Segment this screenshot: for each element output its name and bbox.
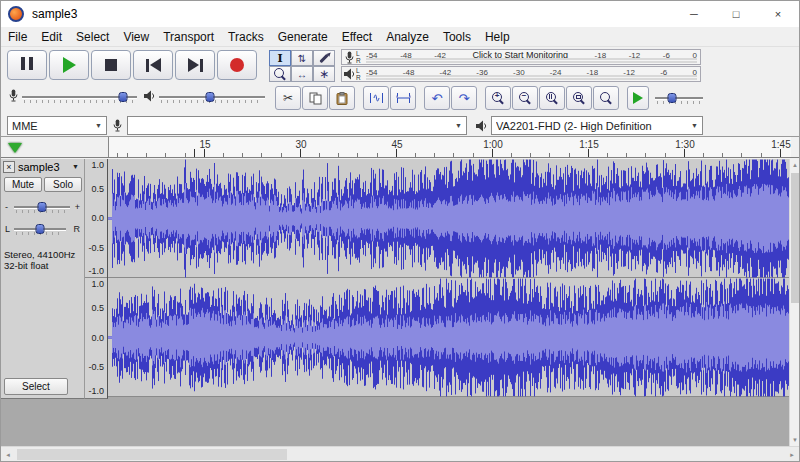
silence-audio-button[interactable] <box>390 86 416 110</box>
select-button[interactable]: Select <box>4 378 68 395</box>
menu-item-analyze[interactable]: Analyze <box>379 27 436 47</box>
skip-to-start-button[interactable] <box>133 50 173 80</box>
minimize-button[interactable]: ─ <box>673 1 715 27</box>
copy-button[interactable] <box>302 86 328 110</box>
track-control-panel: × sample3 ▼ Mute Solo - + L R <box>1 159 85 399</box>
timeline: 15 30 45 1:00 1:15 1:30 1:45 <box>1 137 799 158</box>
right-channel-ruler[interactable]: 1.0 0.5 0.0 -0.5 -1.0 <box>85 278 107 397</box>
fit-selection-button[interactable] <box>539 86 565 110</box>
redo-button[interactable]: ↷ <box>451 86 477 110</box>
recording-volume[interactable] <box>9 88 137 106</box>
playback-meter[interactable]: L R -54 -48 -42 -36 -30 -24 -18 -12 -6 0 <box>341 66 701 82</box>
time-shift-tool-button[interactable]: ↔ <box>291 66 313 82</box>
recording-meter[interactable]: L R -54 -48 -42 Click to Start Monitorin… <box>341 49 701 65</box>
menu-item-effect[interactable]: Effect <box>335 27 379 47</box>
vertical-scrollbar-thumb[interactable] <box>791 173 799 303</box>
track-menu-arrow-icon[interactable]: ▼ <box>72 163 79 170</box>
time-label: 15 <box>199 139 210 150</box>
gain-slider[interactable] <box>14 199 70 215</box>
play-at-speed-button[interactable] <box>627 86 649 110</box>
menu-item-view[interactable]: View <box>116 27 156 47</box>
paste-button[interactable] <box>329 86 355 110</box>
zoom-in-button[interactable]: + <box>485 86 511 110</box>
zoom-toggle-button[interactable] <box>593 86 619 110</box>
record-button[interactable] <box>217 50 257 80</box>
scroll-up-icon[interactable]: ▲ <box>790 159 800 171</box>
play-position-pointer[interactable] <box>8 143 22 153</box>
scroll-right-icon[interactable]: ▸ <box>785 447 799 462</box>
play-speed-thumb[interactable] <box>667 93 676 103</box>
waveform-left-channel[interactable] <box>108 159 791 278</box>
menu-item-tracks[interactable]: Tracks <box>221 27 271 47</box>
recording-volume-slider[interactable] <box>22 89 137 105</box>
silence-audio-icon <box>396 92 411 104</box>
pan-slider-thumb[interactable] <box>36 224 45 234</box>
maximize-button[interactable]: □ <box>715 1 757 27</box>
menu-item-generate[interactable]: Generate <box>271 27 335 47</box>
multi-tool-button[interactable]: ∗ <box>313 66 335 82</box>
horizontal-scrollbar-thumb[interactable] <box>17 449 287 460</box>
record-right-label: R <box>356 57 364 64</box>
record-left-label: L <box>356 50 364 57</box>
menu-item-file[interactable]: File <box>1 27 34 47</box>
horizontal-scrollbar[interactable]: ◂ ▸ <box>1 446 799 461</box>
ibeam-icon: I <box>277 52 282 65</box>
playback-volume-thumb[interactable] <box>205 92 214 102</box>
draw-tool-button[interactable] <box>313 50 335 66</box>
menu-item-transport[interactable]: Transport <box>156 27 221 47</box>
zoom-in-icon: + <box>492 92 504 104</box>
stop-button[interactable] <box>91 50 131 80</box>
trim-audio-button[interactable] <box>363 86 389 110</box>
menu-item-tools[interactable]: Tools <box>436 27 478 47</box>
gain-slider-thumb[interactable] <box>38 202 47 212</box>
fit-project-button[interactable] <box>566 86 592 110</box>
zoom-toggle-icon <box>600 92 612 104</box>
waveform-right-channel[interactable] <box>108 278 791 397</box>
time-shift-icon: ↔ <box>297 69 307 80</box>
chevron-down-icon: ▼ <box>91 122 102 129</box>
window-title: sample3 <box>32 7 77 21</box>
undo-button[interactable]: ↶ <box>424 86 450 110</box>
playback-volume[interactable] <box>143 88 265 106</box>
menu-item-edit[interactable]: Edit <box>34 27 69 47</box>
track-close-button[interactable]: × <box>3 161 15 173</box>
playback-device-combo[interactable]: VA2201-FHD (2- High Definition ▼ <box>491 116 703 135</box>
menu-item-select[interactable]: Select <box>69 27 116 47</box>
left-channel-clip[interactable] <box>108 159 791 278</box>
recording-device-combo[interactable]: ▼ <box>127 116 467 135</box>
undo-icon: ↶ <box>432 91 443 106</box>
waveform-column <box>108 159 791 400</box>
vertical-scrollbar[interactable]: ▲ ▼ <box>789 159 799 446</box>
menu-item-help[interactable]: Help <box>478 27 517 47</box>
selection-tool-button[interactable]: I <box>269 50 291 66</box>
zoom-tool-button[interactable] <box>269 66 291 82</box>
audio-host-combo[interactable]: MME ▼ <box>7 116 107 135</box>
gain-minus-label: - <box>5 202 8 212</box>
zoom-out-button[interactable]: − <box>512 86 538 110</box>
solo-button[interactable]: Solo <box>44 177 82 192</box>
scroll-down-icon[interactable]: ▼ <box>790 434 800 446</box>
track-name[interactable]: sample3 <box>18 161 60 173</box>
amplitude-ruler-column: 1.0 0.5 0.0 -0.5 -1.0 1.0 0.5 0.0 -0.5 -… <box>85 159 108 399</box>
skip-to-end-button[interactable] <box>175 50 215 80</box>
right-channel-clip[interactable] <box>108 278 791 397</box>
mute-button[interactable]: Mute <box>4 177 42 192</box>
left-channel-ruler[interactable]: 1.0 0.5 0.0 -0.5 -1.0 <box>85 159 107 278</box>
pan-slider[interactable] <box>14 221 66 237</box>
play-button[interactable] <box>49 50 89 80</box>
playback-meter-bars <box>366 74 697 80</box>
skip-to-end-icon <box>188 58 203 72</box>
scroll-left-icon[interactable]: ◂ <box>1 447 15 462</box>
zoom-out-icon: − <box>519 92 531 104</box>
paste-icon <box>336 92 348 105</box>
envelope-tool-button[interactable]: ⇅ <box>291 50 313 66</box>
recording-volume-thumb[interactable] <box>119 92 128 102</box>
timeline-ruler[interactable]: 15 30 45 1:00 1:15 1:30 1:45 <box>108 137 791 157</box>
playback-volume-slider[interactable] <box>159 89 265 105</box>
play-speed-slider[interactable] <box>655 90 703 106</box>
pause-button[interactable] <box>7 50 47 80</box>
cut-button[interactable]: ✂ <box>275 86 301 110</box>
close-button[interactable]: × <box>757 1 799 27</box>
fit-project-icon <box>573 92 585 104</box>
audio-host-value: MME <box>12 120 38 132</box>
